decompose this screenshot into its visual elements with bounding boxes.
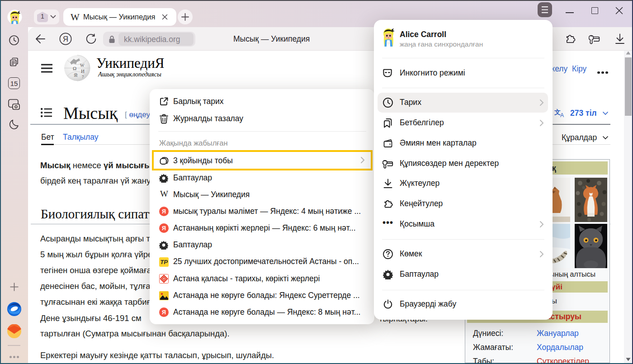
svg-text:7: 7: [82, 75, 84, 79]
svg-text:Я: Я: [162, 225, 166, 232]
svg-text:Ω: Ω: [73, 66, 76, 71]
svg-text:Я: Я: [162, 208, 166, 215]
svg-text:文: 文: [554, 109, 561, 116]
svg-text:W: W: [80, 63, 85, 68]
svg-text:И: И: [81, 68, 85, 74]
svg-text:Я: Я: [63, 35, 68, 43]
svg-text:Я: Я: [162, 309, 166, 316]
svg-text:А: А: [560, 112, 564, 118]
svg-text:袋: 袋: [74, 73, 78, 77]
